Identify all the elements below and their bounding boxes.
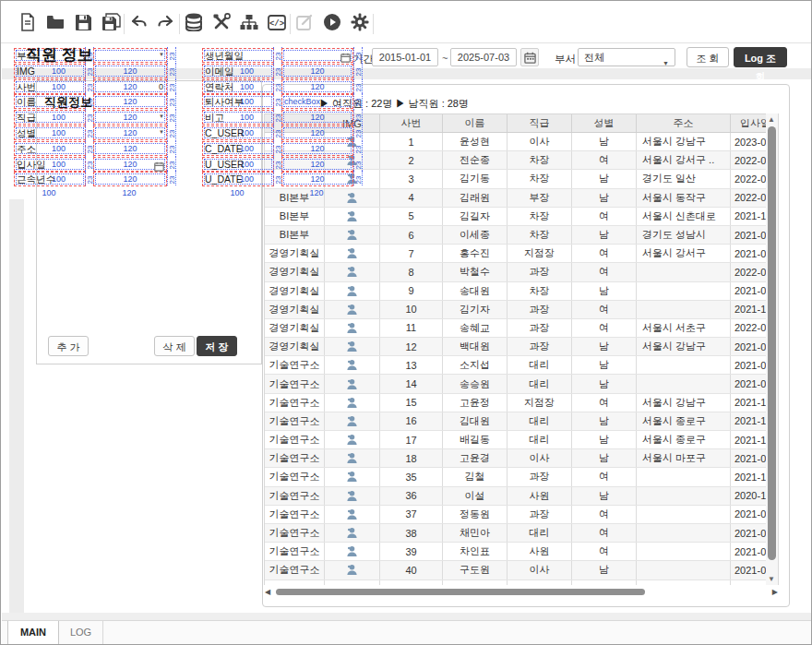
cell[interactable]: 38 — [380, 524, 443, 542]
cell[interactable]: 18 — [380, 449, 443, 467]
table-row[interactable]: 경영기획실7홍수진지점장여서울시 강서구2021-0.. — [265, 245, 779, 263]
cell[interactable] — [637, 543, 731, 560]
cell[interactable]: 기술연구소 — [265, 524, 325, 542]
cell[interactable]: 여 — [572, 245, 637, 262]
cell[interactable]: 고윤경 — [443, 449, 508, 467]
designer-label-비고[interactable]: 100비고 — [202, 110, 274, 125]
cell[interactable]: 기술연구소 — [265, 561, 325, 579]
cell[interactable]: 송혜교 — [443, 319, 508, 337]
designer-input-주소[interactable]: 120 — [93, 141, 167, 156]
cell[interactable]: 6 — [380, 226, 443, 244]
designer-input-생년월일[interactable] — [281, 48, 353, 63]
column-header-직급[interactable]: 직급 — [508, 114, 572, 132]
cell[interactable]: 대리 — [508, 412, 572, 430]
cell[interactable]: 김철 — [443, 468, 508, 485]
cell[interactable]: 배길동 — [443, 431, 508, 448]
save-button[interactable] — [73, 14, 93, 34]
cell[interactable]: 남 — [572, 449, 637, 467]
table-row[interactable]: 기술연구소40구도원이사남2021-0.. — [265, 561, 779, 579]
cell[interactable]: 기술연구소 — [265, 375, 325, 392]
vertical-scrollbar[interactable]: ▲ ▼ — [766, 113, 778, 585]
cell[interactable]: 사원 — [508, 543, 572, 560]
date-to-input[interactable] — [450, 48, 517, 66]
cell[interactable]: 5 — [380, 208, 443, 225]
cell[interactable]: 지점장 — [508, 245, 572, 262]
cell[interactable]: 9 — [380, 282, 443, 300]
cell[interactable]: 대리 — [508, 524, 572, 542]
cell[interactable]: 대리 — [508, 356, 572, 374]
cell[interactable]: 차장 — [508, 282, 572, 300]
table-row[interactable]: 기술연구소35김철과장여2021-1.. — [265, 468, 779, 486]
designer-label-사번[interactable]: 100사번 — [14, 79, 86, 94]
designer-label-C_USER[interactable]: 100C_USER — [202, 125, 274, 140]
table-row[interactable]: 기술연구소15고윤정지점장여서울시 강남구2021-1.. — [265, 394, 779, 412]
person-icon[interactable] — [325, 449, 380, 467]
cell[interactable]: 서울시 서초구 — [637, 319, 731, 337]
person-icon[interactable] — [325, 468, 380, 485]
designer-input-사번[interactable]: 1200 — [93, 79, 167, 94]
cell[interactable]: 전순종 — [443, 151, 508, 169]
cell[interactable]: 이사 — [508, 449, 572, 467]
person-icon[interactable] — [325, 338, 380, 355]
person-icon[interactable] — [325, 487, 380, 505]
cell[interactable]: 지점장 — [508, 394, 572, 412]
cell[interactable]: 기술연구소 — [265, 468, 325, 485]
cell[interactable]: 정동원 — [443, 506, 508, 523]
column-header-성별[interactable]: 성별 — [572, 114, 637, 132]
search-button[interactable]: 조 회 — [687, 47, 729, 67]
designer-label-직급[interactable]: 100직급 — [14, 110, 86, 125]
designer-input-입사일[interactable]: 120 — [93, 157, 167, 172]
cell[interactable]: 서울시 동작구 — [637, 189, 731, 207]
designer-label-U_USER[interactable]: 100U_USER — [202, 157, 274, 172]
cell[interactable]: 3 — [380, 170, 443, 187]
cell[interactable]: 경영기획실 — [265, 319, 325, 337]
table-row[interactable]: 경영기획실12백대원과장남서울시 강남구2021-0.. — [265, 338, 779, 356]
person-icon[interactable] — [325, 431, 380, 448]
designer-label-근속년수[interactable]: 100근속년수 — [14, 172, 86, 186]
new-file-button[interactable] — [18, 14, 38, 34]
table-row[interactable]: 기술연구소39차인표사원여2021-0.. — [265, 543, 779, 561]
cell[interactable]: 1 — [380, 133, 443, 150]
cell[interactable]: 여 — [572, 543, 637, 560]
table-row[interactable]: 경영기획실9송대원차장남2021-0.. — [265, 282, 779, 301]
cell[interactable]: 경영기획실 — [265, 301, 325, 318]
cell[interactable]: 서울시 종로구 — [637, 412, 731, 430]
cell[interactable]: 기술연구소 — [265, 543, 325, 560]
cell[interactable]: 과장 — [508, 319, 572, 337]
cell[interactable]: 남 — [572, 412, 637, 430]
cell[interactable]: 37 — [380, 506, 443, 523]
cell[interactable]: 남 — [572, 375, 637, 392]
person-icon[interactable] — [325, 524, 380, 542]
table-row[interactable]: 경영기획실8박철수과장여2022-0.. — [265, 263, 779, 281]
cell[interactable]: BI본부 — [265, 226, 325, 244]
cell[interactable] — [637, 487, 731, 505]
cell[interactable]: 8 — [380, 263, 443, 281]
redo-button[interactable] — [156, 14, 176, 34]
designer-input-C_DATE[interactable]: 120 — [281, 141, 353, 156]
cell[interactable]: 송대원 — [443, 282, 508, 300]
cell[interactable]: 서울시 마포구 — [637, 449, 731, 467]
designer-label-퇴사여부[interactable]: 100퇴사여부 — [202, 94, 274, 109]
designer-input-퇴사여부[interactable]: checkBox — [281, 94, 353, 109]
cell[interactable] — [637, 301, 731, 318]
cell[interactable]: 4 — [380, 189, 443, 207]
cell[interactable]: 남 — [572, 226, 637, 244]
database-button[interactable] — [184, 14, 204, 34]
log-search-button[interactable]: Log 조회 — [734, 47, 787, 67]
cell[interactable]: 백대원 — [443, 338, 508, 355]
sitemap-button[interactable] — [239, 14, 259, 34]
designer-input-직급[interactable]: 120▼ — [93, 110, 167, 125]
vertical-scrollbar-thumb[interactable] — [768, 126, 776, 560]
tools-button[interactable] — [211, 14, 232, 34]
add-button[interactable]: 추 가 — [48, 336, 89, 356]
cell[interactable]: 경영기획실 — [265, 282, 325, 300]
person-icon[interactable] — [325, 394, 380, 412]
cell[interactable]: 부장 — [508, 189, 572, 207]
table-row[interactable]: 기술연구소38채민아대리여2021-0.. — [265, 524, 779, 543]
cell[interactable]: 서울시 신촌대로 — [637, 208, 731, 225]
cell[interactable]: 기술연구소 — [265, 506, 325, 523]
cell[interactable]: 남 — [572, 431, 637, 448]
designer-input-이름[interactable]: 120 — [93, 94, 167, 109]
person-icon[interactable] — [325, 263, 380, 281]
cell[interactable]: 여 — [572, 301, 637, 318]
